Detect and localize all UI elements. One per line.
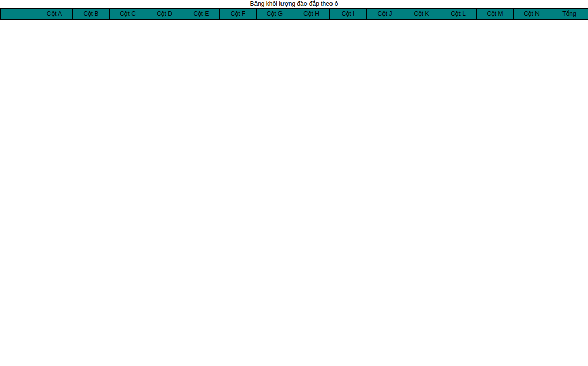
table-title: Bảng khối lượng đào đắp theo ô xyxy=(0,0,588,8)
volume-table: Cột ACột BCột CCột DCột ECột FCột GCột H… xyxy=(0,8,588,20)
col-header-I[interactable]: Cột I xyxy=(330,8,367,19)
corner-cell[interactable] xyxy=(1,8,36,19)
col-header-C[interactable]: Cột C xyxy=(110,8,146,19)
excavation-volume-spreadsheet: Bảng khối lượng đào đắp theo ô Cột ACột … xyxy=(0,0,588,366)
col-header-N[interactable]: Cột N xyxy=(514,8,550,19)
col-header-D[interactable]: Cột D xyxy=(146,8,183,19)
col-header-G[interactable]: Cột G xyxy=(257,8,293,19)
col-header-L[interactable]: Cột L xyxy=(440,8,477,19)
col-header-B[interactable]: Cột B xyxy=(73,8,110,19)
header-row: Cột ACột BCột CCột DCột ECột FCột GCột H… xyxy=(1,8,588,19)
col-header-A[interactable]: Cột A xyxy=(36,8,73,19)
col-header-E[interactable]: Cột E xyxy=(183,8,220,19)
col-header-total[interactable]: Tổng xyxy=(550,8,588,19)
col-header-K[interactable]: Cột K xyxy=(403,8,440,19)
col-header-H[interactable]: Cột H xyxy=(293,8,330,19)
col-header-F[interactable]: Cột F xyxy=(220,8,257,19)
col-header-J[interactable]: Cột J xyxy=(367,8,403,19)
col-header-M[interactable]: Cột M xyxy=(477,8,514,19)
